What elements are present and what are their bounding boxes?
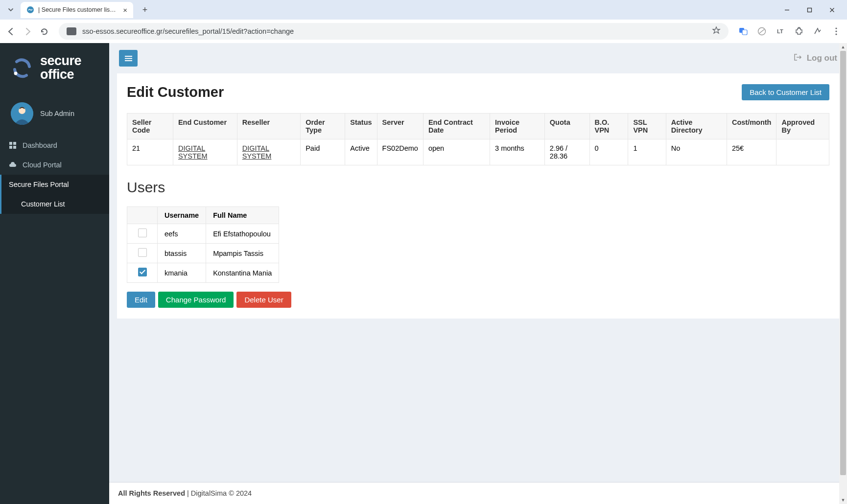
table-header-row: Username Full Name [127,207,279,224]
avatar[interactable] [11,102,33,125]
svg-line-12 [759,29,764,33]
content-card: Edit Customer Back to Customer List Sell… [117,73,839,319]
edit-user-button[interactable]: Edit [127,292,155,308]
sidebar: secure office Sub Admin Dashboard Cloud … [0,43,109,504]
cell-full-name: Konstantina Mania [206,263,279,283]
svg-text:LT: LT [777,28,783,34]
logout-link[interactable]: Log out [794,53,837,63]
cell-invoice-period: 3 months [490,139,545,165]
delete-user-button[interactable]: Delete User [236,292,291,308]
url-bar[interactable]: sso-essos.secureoffice.gr/securefiles_po… [59,23,729,40]
scroll-up-icon[interactable]: ▲ [839,43,847,51]
col-full-name: Full Name [206,207,279,224]
ext-icon-1[interactable] [757,26,767,36]
browser-chrome: | Secure Files customer list edit × + ss… [0,0,847,43]
tab-close-icon[interactable]: × [123,6,127,14]
tab-title: | Secure Files customer list edit [38,6,116,13]
sidebar-item-label: Customer List [21,200,65,208]
brand-line1: secure [40,54,81,68]
svg-point-16 [835,33,837,35]
col-header: Invoice Period [490,114,545,139]
main-content: Log out Edit Customer Back to Customer L… [109,43,847,504]
cell-ssl-vpn: 1 [628,139,666,165]
svg-point-8 [72,32,74,33]
logout-icon [794,53,802,63]
card-header: Edit Customer Back to Customer List [127,84,829,100]
row-checkbox[interactable] [138,248,147,257]
browser-tab[interactable]: | Secure Files customer list edit × [21,2,133,18]
cell-quota: 2.96 / 28.36 [544,139,589,165]
window-close-button[interactable] [821,2,843,17]
browser-address-bar: sso-essos.secureoffice.gr/securefiles_po… [0,20,847,43]
change-password-button[interactable]: Change Password [158,292,234,308]
svg-rect-22 [9,146,12,149]
window-controls [776,2,843,17]
row-checkbox[interactable] [138,268,147,276]
customer-details-table: Seller CodeEnd CustomerResellerOrder Typ… [127,113,829,165]
window-minimize-button[interactable] [776,2,798,17]
svg-point-7 [72,29,74,30]
sidebar-item-secure-files-portal[interactable]: Secure Files Portal [0,175,109,194]
col-username: Username [158,207,206,224]
tab-favicon-icon [26,6,34,14]
cell-username: btassis [158,244,206,263]
toolbar-right: LT [738,26,841,36]
sidebar-toggle-button[interactable] [119,50,138,67]
sidebar-item-customer-list[interactable]: Customer List [0,194,109,214]
col-header: Server [377,114,423,139]
url-text: sso-essos.secureoffice.gr/securefiles_po… [82,27,712,35]
hamburger-icon [125,55,132,62]
row-checkbox[interactable] [138,229,147,237]
logout-label: Log out [807,53,837,63]
table-row: btassisMpampis Tassis [127,244,279,263]
translate-icon[interactable] [738,26,748,36]
cell-server: FS02Demo [377,139,423,165]
svg-rect-10 [742,30,747,35]
scroll-down-icon[interactable]: ▼ [839,496,847,504]
col-header: Order Type [301,114,345,139]
cell-active-directory: No [666,139,727,165]
ext-icon-2[interactable]: LT [776,26,785,36]
back-button[interactable] [6,26,16,36]
brand-line2: office [40,68,81,81]
new-tab-button[interactable]: + [138,3,152,17]
brand-logo[interactable]: secure office [0,43,109,95]
grid-icon [9,141,17,149]
reseller-link[interactable]: DIGITAL SYSTEM [242,144,272,160]
back-to-list-button[interactable]: Back to Customer List [742,84,829,100]
sidebar-item-dashboard[interactable]: Dashboard [0,136,109,155]
browser-menu-icon[interactable] [831,26,841,36]
footer-rest: | DigitalSima © 2024 [185,489,252,497]
bookmark-icon[interactable] [712,26,721,37]
sidebar-nav: Dashboard Cloud Portal Secure Files Port… [0,136,109,214]
forward-button[interactable] [23,26,32,36]
site-info-icon[interactable] [67,27,76,35]
cell-order-type: Paid [301,139,345,165]
window-maximize-button[interactable] [798,2,821,17]
ext-icon-3[interactable] [813,26,823,36]
tab-search-button[interactable] [4,3,18,17]
svg-rect-2 [807,8,811,12]
scrollbar-thumb[interactable] [840,51,846,475]
user-panel: Sub Admin [0,95,109,136]
extensions-icon[interactable] [794,26,804,36]
cell-seller-code: 21 [127,139,173,165]
col-header: End Customer [173,114,237,139]
cell-cost-month: 25€ [727,139,776,165]
vertical-scrollbar[interactable]: ▲ ▼ [839,43,847,504]
svg-rect-23 [13,146,16,149]
sidebar-item-cloud-portal[interactable]: Cloud Portal [0,155,109,175]
svg-rect-20 [9,142,12,145]
checkbox-header [127,207,158,224]
footer: All Rights Reserved | DigitalSima © 2024 [109,482,847,504]
cell-full-name: Efi Efstathopoulou [206,224,279,244]
svg-rect-21 [13,142,16,145]
cell-bo-vpn: 0 [589,139,628,165]
cell-approved-by [776,139,829,165]
browser-tab-bar: | Secure Files customer list edit × + [0,0,847,20]
col-header: Status [345,114,377,139]
reload-button[interactable] [39,26,49,36]
cell-username: kmania [158,263,206,283]
col-header: Approved By [776,114,829,139]
end-customer-link[interactable]: DIGITAL SYSTEM [178,144,208,160]
